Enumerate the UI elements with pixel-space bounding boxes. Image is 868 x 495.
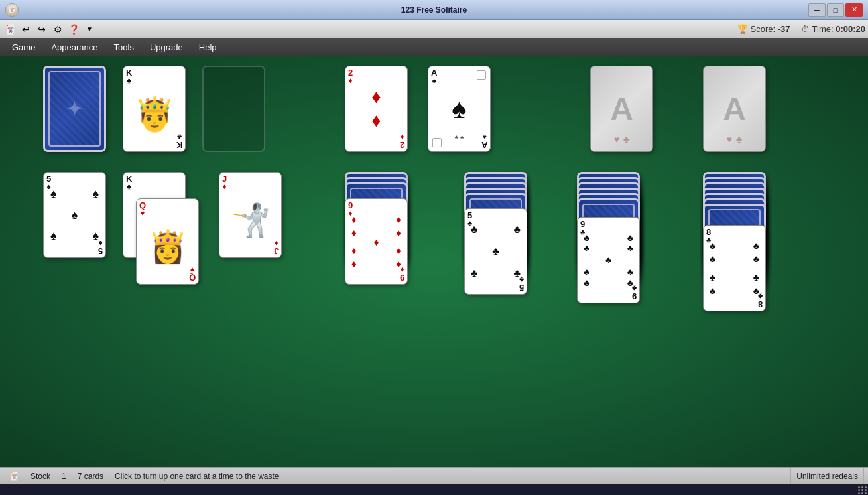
- empty-slot-3[interactable]: [202, 66, 265, 152]
- title-bar: 🃏 123 Free Solitaire ─ □ ✕: [0, 0, 868, 20]
- tableau-col3-jack[interactable]: J♦ 🤺 J♦: [219, 172, 282, 258]
- toolbar-icon-redo[interactable]: ↪: [34, 22, 49, 36]
- resize-grip-icon[interactable]: [857, 486, 867, 495]
- toolbar-icon-dropdown[interactable]: ▼: [82, 22, 97, 36]
- close-button[interactable]: ✕: [845, 3, 863, 17]
- toolbar: 🃏 ↩ ↪ ⚙ ❓ ▼ 🏆 Score: -37 ⏱ Time: 0:00:20: [0, 20, 868, 38]
- app-icon: 🃏: [5, 3, 19, 17]
- stock-pile[interactable]: [43, 66, 106, 152]
- toolbar-icon-undo[interactable]: ↩: [19, 22, 33, 36]
- score-display: 🏆 Score: -37: [737, 24, 790, 34]
- status-stock-count: 1: [56, 468, 72, 484]
- status-cards-label: 7 cards: [72, 468, 109, 484]
- toolbar-icon-settings[interactable]: ⚙: [50, 22, 65, 36]
- tableau-col5-five[interactable]: 5♣ ♣ ♣ ♣ ♣ ♣ 5♣: [464, 208, 527, 295]
- minimize-button[interactable]: ─: [808, 3, 826, 17]
- status-hint: Click to turn up one card at a time to t…: [109, 468, 791, 484]
- toolbar-icon-help[interactable]: ❓: [66, 22, 81, 36]
- menu-game[interactable]: Game: [5, 41, 42, 54]
- tableau-col1-top[interactable]: 5♠ ♠ ♠ ♠ ♠ ♠ 5♠: [43, 172, 106, 258]
- status-redeals: Unlimited redeals: [791, 468, 864, 484]
- menu-upgrade[interactable]: Upgrade: [143, 41, 190, 54]
- waste-pile[interactable]: K♣ 🤴 K♣: [123, 66, 186, 152]
- tableau-col6-nine-clubs[interactable]: 9♣ ♣ ♣ ♣ ♣ ♣ ♣ ♣ ♣ ♣ 9♣: [577, 217, 640, 303]
- status-stock-icon: 🃏: [4, 468, 25, 484]
- title-bar-left: 🃏: [5, 3, 19, 17]
- tableau-col2-queen[interactable]: Q♥ 👸 Q♥: [136, 198, 199, 285]
- maximize-button[interactable]: □: [827, 3, 844, 17]
- menu-bar: Game Appearance Tools Upgrade Help: [0, 38, 868, 56]
- tableau-col4-nine[interactable]: 9♦ ♦ ♦ ♦ ♦ ♦ ♦ ♦ ♦ ♦ 9♦: [345, 198, 408, 285]
- card-ace-spades[interactable]: A♠ ♠ A♠ ♠ ♠: [428, 66, 491, 152]
- card-2-diamonds[interactable]: 2♦ ♦ ♦ 2♦: [345, 66, 408, 152]
- menu-tools[interactable]: Tools: [107, 41, 141, 54]
- toolbar-icon-cards[interactable]: 🃏: [3, 22, 17, 36]
- tableau-col7-eight-clubs[interactable]: 8♣ ♣ ♣ ♣ ♣ ♣ ♣ ♣ ♣ 8♣: [703, 225, 766, 311]
- menu-help[interactable]: Help: [192, 41, 223, 54]
- window-controls: ─ □ ✕: [808, 3, 863, 17]
- time-display: ⏱ Time: 0:00:20: [801, 24, 865, 34]
- status-stock-label: Stock: [25, 468, 56, 484]
- window-title: 123 Free Solitaire: [401, 5, 467, 15]
- menu-appearance[interactable]: Appearance: [44, 41, 104, 54]
- foundation-1[interactable]: A ♥♣: [590, 66, 653, 152]
- status-bar: 🃏 Stock 1 7 cards Click to turn up one c…: [0, 467, 868, 484]
- foundation-2[interactable]: A ♥♣: [703, 66, 766, 152]
- game-area[interactable]: K♣ 🤴 K♣ 2♦ ♦ ♦ 2♦ A♠ ♠ A♠ ♠ ♠ A ♥♣ A ♥♣: [0, 56, 868, 467]
